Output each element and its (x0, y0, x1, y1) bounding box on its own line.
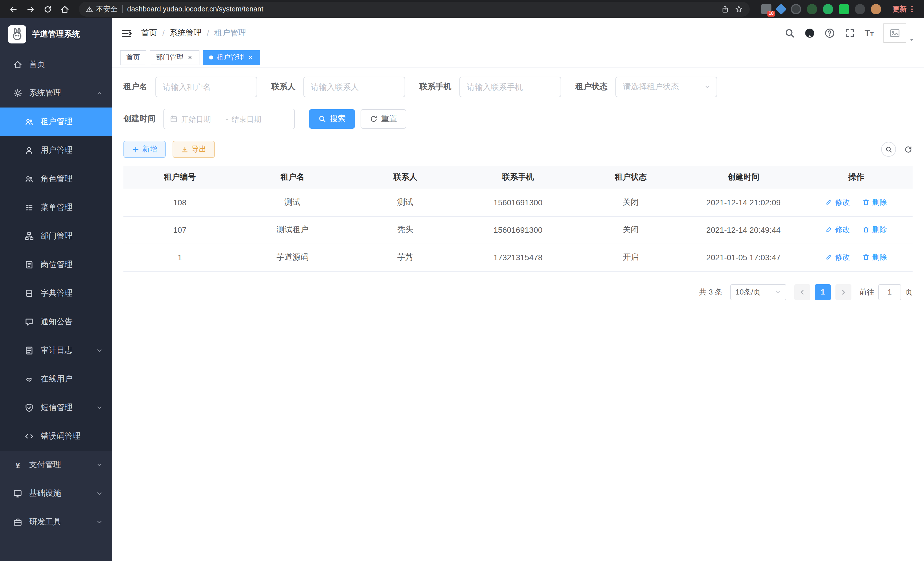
sidebar-item-infrastructure[interactable]: 基础设施 (0, 479, 112, 508)
collapse-sidebar-icon[interactable] (121, 28, 132, 39)
tab-home[interactable]: 首页 (120, 50, 146, 65)
close-icon[interactable] (248, 54, 254, 61)
tab-label: 租户管理 (217, 53, 244, 62)
end-date-input[interactable] (232, 115, 273, 123)
col-status: 租户状态 (574, 166, 687, 189)
chevron-down-icon (96, 462, 103, 468)
tags-view: 首页 部门管理 租户管理 (112, 48, 924, 68)
extensions-puzzle-icon[interactable] (855, 4, 865, 14)
edit-pencil-icon (825, 254, 833, 261)
search-icon (885, 146, 892, 153)
delete-button[interactable]: 删除 (862, 225, 887, 235)
edit-pencil-icon (825, 199, 833, 206)
sidebar-item-label: 部门管理 (40, 231, 73, 241)
omnibox-divider (122, 5, 123, 13)
github-icon[interactable] (805, 28, 815, 38)
extension-icon-1[interactable]: 10 (761, 4, 771, 14)
date-range-picker[interactable]: - (164, 109, 295, 129)
sidebar-item-menu-management[interactable]: 菜单管理 (0, 193, 112, 222)
tenant-name-input[interactable] (155, 77, 257, 97)
reset-button[interactable]: 重置 (361, 109, 406, 129)
refresh-table-button[interactable] (904, 145, 913, 153)
breadcrumb-item-home[interactable]: 首页 (141, 28, 157, 38)
reload-icon[interactable] (40, 2, 55, 17)
tenant-name-label: 租户名 (123, 82, 147, 92)
delete-button[interactable]: 删除 (862, 252, 887, 262)
sidebar-item-label: 在线用户 (40, 374, 73, 384)
contact-input[interactable] (303, 77, 405, 97)
forward-icon[interactable] (23, 2, 38, 17)
chrome-update-button[interactable]: 更新 (888, 3, 918, 15)
address-bar[interactable]: 不安全 dashboard.yudao.iocoder.cn/system/te… (79, 2, 750, 17)
sidebar-item-error-code-management[interactable]: 错误码管理 (0, 422, 112, 451)
active-tab-dot (209, 56, 213, 59)
sidebar-item-tenant-management[interactable]: 租户管理 (0, 108, 112, 136)
security-warning[interactable]: 不安全 (86, 4, 117, 14)
next-page-button[interactable] (836, 284, 851, 300)
filter-tenant-name: 租户名 (123, 77, 257, 97)
extension-icon-6[interactable] (839, 4, 849, 14)
cell-phone: 15601691300 (462, 216, 574, 244)
sidebar-item-audit-log[interactable]: 审计日志 (0, 336, 112, 365)
sidebar-item-sms-management[interactable]: 短信管理 (0, 393, 112, 422)
font-size-icon[interactable]: TT (865, 29, 874, 38)
chevron-down-icon (96, 519, 103, 526)
sidebar-item-notice[interactable]: 通知公告 (0, 308, 112, 336)
tab-department-management[interactable]: 部门管理 (150, 50, 200, 65)
add-button[interactable]: 新增 (123, 141, 166, 158)
url-text[interactable]: dashboard.yudao.iocoder.cn/system/tenant (127, 5, 717, 13)
close-icon[interactable] (187, 54, 193, 61)
tab-tenant-management[interactable]: 租户管理 (203, 50, 260, 65)
chrome-update-label: 更新 (892, 4, 907, 14)
extension-icon-2[interactable] (776, 3, 787, 15)
page-size-select[interactable]: 10条/页 (730, 284, 786, 300)
sidebar-item-post-management[interactable]: 岗位管理 (0, 250, 112, 279)
browser-home-icon[interactable] (57, 2, 72, 17)
edit-button[interactable]: 修改 (825, 225, 850, 235)
filter-phone: 联系手机 (419, 77, 561, 97)
chevron-right-icon (840, 289, 847, 295)
page-number-1[interactable]: 1 (815, 284, 831, 300)
search-button[interactable]: 搜索 (309, 109, 355, 129)
phone-input[interactable] (459, 77, 561, 97)
cell-actions: 修改 删除 (800, 216, 913, 244)
sidebar-item-user-management[interactable]: 用户管理 (0, 136, 112, 165)
back-icon[interactable] (6, 2, 21, 17)
edit-button[interactable]: 修改 (825, 197, 850, 208)
show-search-button[interactable] (881, 142, 896, 157)
browser-menu-icon[interactable] (908, 5, 916, 13)
share-icon[interactable] (721, 5, 729, 13)
export-button[interactable]: 导出 (172, 141, 215, 158)
sidebar-item-home[interactable]: 首页 (0, 50, 112, 79)
goto-page-input[interactable] (878, 284, 901, 300)
help-icon[interactable] (825, 28, 835, 38)
fullscreen-icon[interactable] (844, 28, 855, 38)
bookmark-star-icon[interactable] (735, 5, 743, 13)
extension-icon-3[interactable] (791, 4, 801, 14)
sidebar-item-role-management[interactable]: 角色管理 (0, 165, 112, 193)
logo[interactable]: 芋道管理系统 (0, 18, 112, 50)
profile-avatar-icon[interactable] (871, 4, 881, 14)
extension-icon-4[interactable] (807, 4, 817, 14)
sidebar-item-dict-management[interactable]: 字典管理 (0, 279, 112, 308)
edit-button[interactable]: 修改 (825, 252, 850, 262)
security-warning-label: 不安全 (96, 4, 117, 14)
prev-page-button[interactable] (794, 284, 810, 300)
omnibox-actions (721, 5, 743, 13)
date-separator: - (226, 115, 228, 123)
user-avatar[interactable] (884, 23, 915, 43)
search-icon[interactable] (784, 28, 795, 38)
sidebar-item-payment-management[interactable]: ¥ 支付管理 (0, 451, 112, 479)
sidebar-item-system-management[interactable]: 系统管理 (0, 79, 112, 108)
extension-icon-5[interactable] (823, 4, 833, 14)
calendar-icon (170, 115, 178, 123)
breadcrumb-item-system[interactable]: 系统管理 (170, 28, 202, 38)
sidebar-item-online-users[interactable]: 在线用户 (0, 365, 112, 393)
navbar-actions: TT (784, 23, 915, 43)
cell-status: 关闭 (574, 189, 687, 216)
sidebar-item-department-management[interactable]: 部门管理 (0, 222, 112, 250)
start-date-input[interactable] (181, 115, 222, 123)
delete-button[interactable]: 删除 (862, 197, 887, 208)
status-select[interactable]: 请选择租户状态 (615, 77, 717, 97)
sidebar-item-dev-tools[interactable]: 研发工具 (0, 508, 112, 536)
